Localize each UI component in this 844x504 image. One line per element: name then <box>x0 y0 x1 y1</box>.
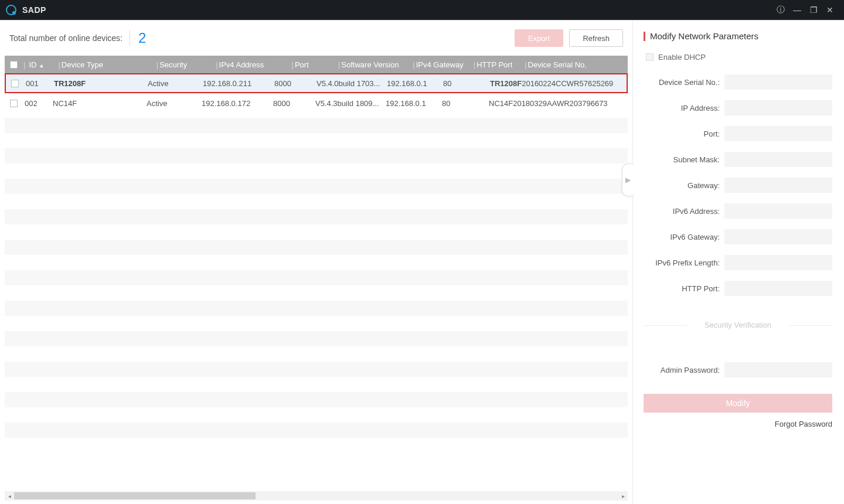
input-ipv6-addr[interactable] <box>724 203 832 219</box>
accent-bar-icon <box>644 32 645 41</box>
close-icon[interactable]: ✕ <box>822 2 838 18</box>
cell-security: Active <box>147 99 202 108</box>
cell-id: 002 <box>22 99 53 108</box>
select-all-checkbox[interactable] <box>10 61 18 69</box>
label-subnet: Subnet Mask: <box>644 155 724 164</box>
sort-asc-icon: ▲ <box>39 63 44 69</box>
input-admin-password[interactable] <box>724 362 832 377</box>
cell-id: 001 <box>23 79 54 88</box>
label-serial: Device Serial No.: <box>644 78 724 87</box>
table-row[interactable]: 001 TR1208F Active 192.168.0.211 8000 V5… <box>5 73 628 93</box>
scroll-right-icon[interactable]: ▸ <box>618 493 628 499</box>
app-logo-icon <box>6 5 16 15</box>
input-ipv6-prefix[interactable] <box>724 255 832 270</box>
col-ipv4-gateway[interactable]: IPv4 Gateway <box>416 60 472 69</box>
label-ipv6-addr: IPv6 Address: <box>644 207 724 216</box>
cell-port: 8000 <box>274 79 316 88</box>
col-software-version[interactable]: Software Version <box>341 60 411 69</box>
device-list-pane: Total number of online devices: 2 Export… <box>0 21 633 504</box>
enable-dhcp-checkbox[interactable] <box>646 53 654 61</box>
label-ip: IP Address: <box>644 104 724 113</box>
refresh-button[interactable]: Refresh <box>569 29 623 47</box>
table-body: 001 TR1208F Active 192.168.0.211 8000 V5… <box>5 73 628 486</box>
cell-gateway: 192.168.0.1 <box>386 99 442 108</box>
maximize-icon[interactable]: ❐ <box>805 2 822 18</box>
input-http-port[interactable] <box>724 281 832 296</box>
scroll-left-icon[interactable]: ◂ <box>5 493 14 499</box>
enable-dhcp-row[interactable]: Enable DHCP <box>644 53 832 62</box>
scroll-thumb[interactable] <box>14 492 256 499</box>
total-devices-label: Total number of online devices: <box>9 33 122 43</box>
cell-security: Active <box>148 79 203 88</box>
modify-network-panel: Modify Network Parameters Enable DHCP De… <box>633 21 844 504</box>
minimize-icon[interactable]: — <box>789 2 805 18</box>
app-title: SADP <box>22 5 46 15</box>
col-id[interactable]: ID▲ <box>26 60 57 69</box>
label-gateway: Gateway: <box>644 181 724 190</box>
cell-device-type: TR1208F <box>54 79 148 88</box>
panel-title: Modify Network Parameters <box>644 31 832 41</box>
col-port[interactable]: Port <box>295 60 337 69</box>
col-serial[interactable]: Device Serial No. <box>528 60 628 69</box>
col-ipv4-address[interactable]: IPv4 Address <box>219 60 291 69</box>
cell-ipv4: 192.168.0.211 <box>203 79 274 88</box>
titlebar: SADP ⓘ — ❐ ✕ <box>0 0 844 20</box>
cell-serial: NC14F20180329AAWR203796673 <box>489 99 628 108</box>
label-ipv6-prefix: IPv6 Prefix Length: <box>644 258 724 267</box>
table-header: | ID▲ | Device Type | Security | IPv4 Ad… <box>5 56 628 73</box>
cell-http-port: 80 <box>443 79 490 88</box>
cell-version: V5.4.0build 1703... <box>316 79 387 88</box>
input-serial[interactable] <box>724 74 832 90</box>
col-security[interactable]: Security <box>159 60 215 69</box>
total-devices-count: 2 <box>130 30 146 46</box>
toolbar: Total number of online devices: 2 Export… <box>0 21 632 56</box>
cell-http-port: 80 <box>442 99 489 108</box>
enable-dhcp-label: Enable DHCP <box>658 53 706 62</box>
empty-rows-area <box>5 113 628 486</box>
cell-device-type: NC14F <box>53 99 147 108</box>
cell-ipv4: 192.168.0.172 <box>202 99 273 108</box>
label-http-port: HTTP Port: <box>644 284 724 293</box>
table-row[interactable]: 002 NC14F Active 192.168.0.172 8000 V5.4… <box>5 93 628 113</box>
forgot-password-link[interactable]: Forgot Password <box>644 420 832 428</box>
input-ip[interactable] <box>724 100 832 115</box>
export-button[interactable]: Export <box>515 29 564 47</box>
cell-gateway: 192.168.0.1 <box>387 79 443 88</box>
row-checkbox[interactable] <box>11 80 19 87</box>
label-admin-password: Admin Password: <box>644 366 724 374</box>
cell-version: V5.4.3build 1809... <box>315 99 386 108</box>
input-subnet[interactable] <box>724 152 832 167</box>
label-port: Port: <box>644 130 724 138</box>
modify-button[interactable]: Modify <box>644 394 832 413</box>
col-http-port[interactable]: HTTP Port <box>477 60 523 69</box>
horizontal-scrollbar[interactable]: ◂ ▸ <box>5 491 628 500</box>
input-ipv6-gw[interactable] <box>724 229 832 244</box>
cell-port: 8000 <box>273 99 315 108</box>
panel-collapse-handle[interactable]: ▶ <box>622 164 634 196</box>
cell-serial: TR1208F20160224CCWR57625269 <box>490 79 627 88</box>
input-port[interactable] <box>724 126 832 141</box>
info-icon[interactable]: ⓘ <box>772 2 789 18</box>
col-device-type[interactable]: Device Type <box>62 60 155 69</box>
device-table: | ID▲ | Device Type | Security | IPv4 Ad… <box>5 56 628 486</box>
input-gateway[interactable] <box>724 178 832 193</box>
row-checkbox[interactable] <box>10 100 18 107</box>
label-ipv6-gw: IPv6 Gateway: <box>644 233 724 241</box>
security-verification-label: Security Verification <box>644 321 832 329</box>
